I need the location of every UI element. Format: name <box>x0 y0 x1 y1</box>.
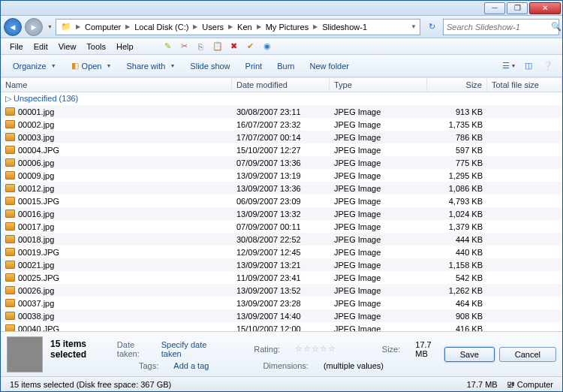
column-name[interactable]: Name <box>1 78 232 92</box>
tags-value[interactable]: Add a tag <box>173 361 209 370</box>
file-row[interactable]: 00017.jpg07/09/2007 00:11JPEG Image1,379… <box>1 220 562 233</box>
breadcrumb-arrow-icon[interactable]: ▶ <box>312 23 319 30</box>
jpeg-icon <box>5 299 15 307</box>
file-type: JPEG Image <box>330 222 427 232</box>
globe-icon[interactable]: ◉ <box>261 41 273 53</box>
dimensions-value: (multiple values) <box>324 361 384 370</box>
search-input[interactable] <box>447 23 551 32</box>
file-row[interactable]: 00038.jpg13/09/2007 14:40JPEG Image908 K… <box>1 309 562 322</box>
file-row[interactable]: 00037.jpg13/09/2007 23:28JPEG Image464 K… <box>1 297 562 309</box>
copy-icon[interactable]: ⎘ <box>195 41 207 53</box>
refresh-button[interactable]: ↻ <box>423 19 440 35</box>
search-icon[interactable]: 🔍 <box>551 22 561 32</box>
share-with-button[interactable]: Share with▼ <box>120 59 181 74</box>
rating-stars[interactable]: ☆☆☆☆☆ <box>295 344 336 354</box>
file-row[interactable]: 00003.jpg17/07/2007 00:14JPEG Image786 K… <box>1 131 562 143</box>
file-row[interactable]: 00021.jpg13/09/2007 13:21JPEG Image1,158… <box>1 258 562 271</box>
search-box[interactable]: 🔍 <box>443 19 559 35</box>
breadcrumb-dropdown-icon[interactable]: ▼ <box>409 23 418 30</box>
date-taken-value[interactable]: Specify date taken <box>161 340 209 358</box>
file-row[interactable]: 00025.JPG11/09/2007 23:41JPEG Image542 K… <box>1 271 562 284</box>
open-button[interactable]: ◧Open▼ <box>65 58 118 74</box>
breadcrumb-arrow-icon[interactable]: ▶ <box>74 23 82 30</box>
breadcrumb[interactable]: 📁 ▶ Computer▶ Local Disk (C:)▶ Users▶ Ke… <box>56 19 420 35</box>
new-folder-button[interactable]: New folder <box>303 59 355 74</box>
slideshow-button[interactable]: Slide show <box>184 59 236 74</box>
close-button[interactable]: ✕ <box>529 2 561 14</box>
file-size: 1,735 KB <box>427 119 487 130</box>
save-button[interactable]: Save <box>444 347 495 362</box>
cut-icon[interactable]: ✂ <box>179 41 191 53</box>
cancel-button[interactable]: Cancel <box>499 347 556 362</box>
file-size: 597 KB <box>427 145 487 155</box>
folder-icon[interactable]: 📁 <box>58 20 74 35</box>
breadcrumb-arrow-icon[interactable]: ▶ <box>124 23 131 30</box>
forward-button[interactable]: ► <box>25 18 43 36</box>
file-row[interactable]: 00001.jpg30/08/2007 23:11JPEG Image913 K… <box>1 105 562 118</box>
file-row[interactable]: 00026.jpg13/09/2007 13:52JPEG Image1,262… <box>1 284 562 297</box>
file-name: 00018.jpg <box>18 235 54 244</box>
breadcrumb-segment[interactable]: My Pictures <box>263 20 312 35</box>
menu-tools[interactable]: Tools <box>82 41 110 53</box>
file-type: JPEG Image <box>330 158 427 168</box>
preview-pane-button[interactable]: ◫ <box>520 58 537 74</box>
menu-help[interactable]: Help <box>112 41 138 53</box>
file-row[interactable]: 00040.JPG15/10/2007 12:00JPEG Image416 K… <box>1 322 562 331</box>
column-header-row: Name Date modified Type Size Total file … <box>1 77 562 92</box>
breadcrumb-segment[interactable]: Users <box>199 20 227 35</box>
breadcrumb-arrow-icon[interactable]: ▶ <box>191 23 199 30</box>
file-row[interactable]: 00016.jpg13/09/2007 13:32JPEG Image1,024… <box>1 207 562 220</box>
check-icon[interactable]: ✔ <box>245 41 257 53</box>
file-type: JPEG Image <box>330 209 427 219</box>
organize-button[interactable]: Organize▼ <box>7 59 62 74</box>
brush-icon[interactable]: ✎ <box>162 41 174 53</box>
file-size: 1,158 KB <box>427 260 487 270</box>
back-button[interactable]: ◄ <box>4 18 22 36</box>
column-total-file-size[interactable]: Total file size <box>487 78 562 92</box>
file-row[interactable]: 00002.jpg16/07/2007 23:32JPEG Image1,735… <box>1 118 562 131</box>
breadcrumb-arrow-icon[interactable]: ▶ <box>255 23 263 30</box>
group-header[interactable]: ▷ Unspecified (136) <box>1 92 562 105</box>
jpeg-icon <box>5 146 15 154</box>
status-bar: 15 items selected (Disk free space: 367 … <box>1 376 562 391</box>
view-options-button[interactable]: ☰▼ <box>501 58 517 74</box>
maximize-button[interactable]: ❐ <box>507 2 528 14</box>
file-list[interactable]: ▷ Unspecified (136) 00001.jpg30/08/2007 … <box>1 92 562 331</box>
menu-edit[interactable]: Edit <box>29 41 53 53</box>
help-button[interactable]: ❔ <box>540 58 556 74</box>
file-type: JPEG Image <box>330 107 427 117</box>
file-row[interactable]: 00009.jpg13/09/2007 13:19JPEG Image1,295… <box>1 169 562 182</box>
jpeg-icon <box>5 286 15 294</box>
jpeg-icon <box>5 133 15 141</box>
file-date: 16/07/2007 23:32 <box>232 119 330 130</box>
file-row[interactable]: 00012.jpg13/09/2007 13:36JPEG Image1,086… <box>1 182 562 194</box>
file-name: 00006.jpg <box>18 158 54 167</box>
breadcrumb-segment[interactable]: Ken <box>234 20 255 35</box>
menu-file[interactable]: File <box>5 41 28 53</box>
breadcrumb-segment[interactable]: Computer <box>82 20 124 35</box>
breadcrumb-segment[interactable]: Local Disk (C:) <box>131 20 191 35</box>
minimize-button[interactable]: ─ <box>484 2 505 14</box>
file-row[interactable]: 00019.JPG12/09/2007 12:45JPEG Image440 K… <box>1 246 562 258</box>
column-size[interactable]: Size <box>427 78 487 92</box>
menu-view[interactable]: View <box>54 41 81 53</box>
column-date-modified[interactable]: Date modified <box>232 78 330 92</box>
burn-button[interactable]: Burn <box>271 59 300 74</box>
file-name: 00026.jpg <box>18 286 54 295</box>
breadcrumb-arrow-icon[interactable]: ▶ <box>227 23 234 30</box>
file-size: 913 KB <box>427 107 487 117</box>
column-type[interactable]: Type <box>330 78 427 92</box>
delete-icon[interactable]: ✖ <box>228 41 240 53</box>
file-row[interactable]: 00015.JPG06/09/2007 23:09JPEG Image4,793… <box>1 194 562 207</box>
file-size: 775 KB <box>427 158 487 168</box>
file-row[interactable]: 00004.JPG15/10/2007 12:27JPEG Image597 K… <box>1 143 562 156</box>
file-size: 908 KB <box>427 311 487 321</box>
file-row[interactable]: 00018.jpg30/08/2007 22:52JPEG Image444 K… <box>1 233 562 246</box>
paste-icon[interactable]: 📋 <box>212 41 224 53</box>
file-name: 00025.JPG <box>18 273 59 282</box>
file-row[interactable]: 00006.jpg07/09/2007 13:36JPEG Image775 K… <box>1 156 562 169</box>
history-dropdown-icon[interactable]: ▼ <box>47 24 53 29</box>
breadcrumb-segment[interactable]: Slideshow-1 <box>319 20 370 35</box>
print-button[interactable]: Print <box>239 59 269 74</box>
date-taken-label: Date taken: <box>117 340 146 358</box>
